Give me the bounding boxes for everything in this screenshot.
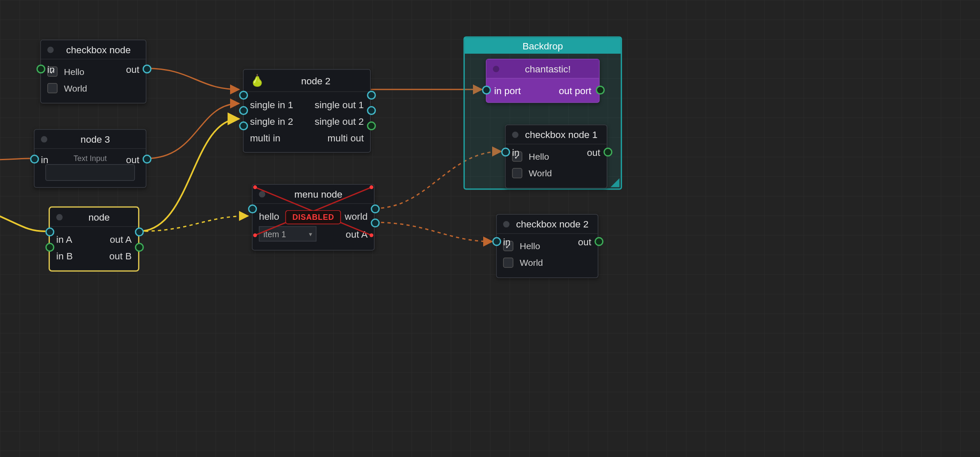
port-label: in [503, 236, 511, 247]
port-label: out [126, 154, 139, 165]
port-in[interactable] [37, 65, 46, 74]
node-chantastic[interactable]: chantastic! in port out port [486, 59, 600, 103]
checkbox[interactable] [512, 168, 522, 178]
port-out[interactable] [367, 91, 376, 100]
port-out[interactable] [143, 155, 152, 164]
port-label: in [512, 147, 520, 158]
chevron-down-icon: ▾ [309, 230, 312, 238]
port-out[interactable] [135, 243, 144, 252]
edge [147, 69, 239, 90]
port-in[interactable] [30, 155, 39, 164]
node-checkbox-1[interactable]: checkbox node 1 Hello World in out [505, 125, 607, 189]
port-label: out A [346, 228, 367, 239]
node-title: checkbox node 1 [524, 129, 599, 140]
port-in[interactable] [46, 243, 55, 252]
node-title: node [68, 212, 130, 223]
edge [139, 216, 248, 231]
port-in[interactable] [482, 86, 491, 95]
edge [375, 222, 492, 241]
node-title: node 3 [52, 134, 138, 145]
port-label: out [587, 147, 600, 158]
edge [147, 103, 239, 158]
checkbox[interactable] [47, 83, 58, 93]
port-in[interactable] [492, 237, 501, 246]
port-label: in port [494, 85, 521, 96]
port-in[interactable] [248, 204, 257, 213]
status-dot-icon [493, 66, 499, 72]
resize-handle-icon[interactable] [611, 178, 620, 187]
port-in[interactable] [239, 106, 248, 115]
node-selected[interactable]: node in A out A in B out B [49, 207, 139, 271]
text-input-caption: Text Input [74, 154, 107, 163]
dropdown[interactable]: item 1 ▾ [259, 226, 317, 241]
pear-icon: 🍐 [250, 74, 264, 88]
status-dot-icon [259, 191, 265, 197]
port-out[interactable] [371, 218, 380, 227]
node-title: menu node [271, 189, 366, 200]
edge [139, 119, 239, 231]
port-out[interactable] [143, 65, 152, 74]
status-dot-icon [47, 46, 54, 53]
node-menu-disabled[interactable]: menu node hello world item 1 ▾ out A [252, 184, 375, 250]
node-title: chantastic! [504, 63, 591, 75]
status-dot-icon [56, 214, 63, 220]
port-in[interactable] [239, 91, 248, 100]
port-label: in [41, 154, 49, 165]
edge [0, 158, 30, 160]
status-dot-icon [503, 221, 510, 227]
edge [0, 211, 46, 231]
port-out[interactable] [594, 237, 603, 246]
node-checkbox[interactable]: checkbox node Hello World in out [40, 40, 147, 103]
port-out[interactable] [371, 204, 380, 213]
node-title: checkbox node 2 [515, 218, 590, 230]
node-2[interactable]: 🍐 node 2 single in 1 single out 1 single… [243, 69, 371, 153]
port-in[interactable] [239, 121, 248, 130]
node-title: node 2 [269, 75, 363, 86]
port-label: out [126, 64, 139, 75]
node-title: checkbox node [59, 44, 138, 55]
port-out[interactable] [367, 106, 376, 115]
node-checkbox-2[interactable]: checkbox node 2 Hello World in out [496, 214, 598, 278]
port-label: world [345, 210, 368, 221]
status-dot-icon [41, 136, 47, 142]
port-in[interactable] [501, 148, 510, 157]
text-input[interactable] [46, 164, 135, 181]
node-3[interactable]: node 3 Text Input in out [34, 129, 147, 188]
port-in[interactable] [46, 227, 55, 236]
status-dot-icon [512, 131, 519, 138]
port-out[interactable] [135, 227, 144, 236]
port-out[interactable] [596, 86, 605, 95]
port-label: out [578, 236, 591, 247]
port-label: in [47, 64, 55, 75]
port-out[interactable] [367, 121, 376, 130]
port-label: hello [259, 210, 280, 221]
checkbox[interactable] [503, 258, 513, 268]
disabled-badge: DISABLED [285, 210, 341, 224]
port-label: out port [559, 85, 591, 96]
port-out[interactable] [603, 148, 612, 157]
backdrop-title: Backdrop [465, 38, 621, 54]
